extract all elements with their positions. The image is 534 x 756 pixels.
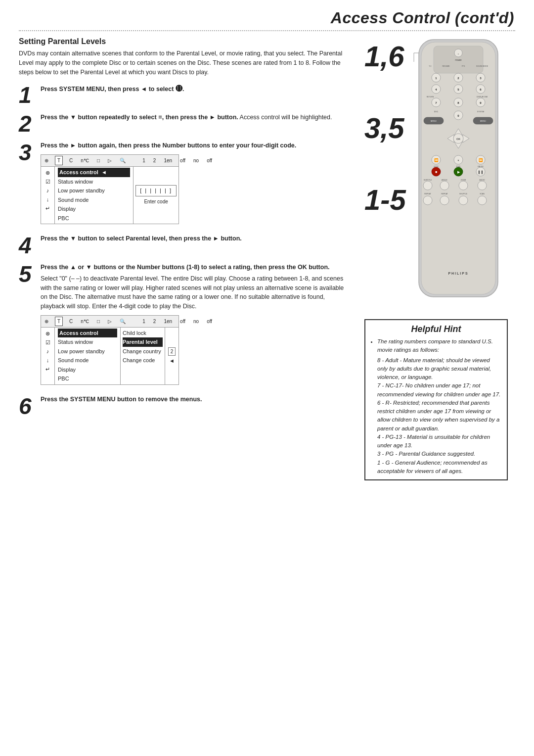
hint-rating-8: 8 - Adult - Mature material; should be v… <box>377 357 491 380</box>
step-3-bold: Press the ► button again, then press the… <box>41 142 296 149</box>
hint-title: Helpful Hint <box>370 324 502 334</box>
step-3-content: Press the ► button again, then press the… <box>41 141 347 228</box>
svg-text:❚❚: ❚❚ <box>478 170 484 174</box>
menu-body-1: ⊗ ☑ ♪ ↓ ↵ Access control ◄ Status window… <box>41 167 178 224</box>
menu-box-1: ⊕ T C n℃ □ ▷ 🔍 1 2 1en off no off <box>41 154 179 224</box>
step-6-content: Press the SYSTEM MENU button to remove t… <box>41 395 347 406</box>
page-header: Access Control (cont'd) <box>0 0 534 27</box>
svg-text:RESUME: RESUME <box>443 65 450 67</box>
svg-text:POWER: POWER <box>455 59 462 61</box>
hint-content: The rating numbers compare to standard U… <box>370 337 502 475</box>
svg-text:SUBTITLE: SUBTITLE <box>424 179 432 181</box>
hint-box: Helpful Hint The rating numbers compare … <box>364 319 508 480</box>
svg-point-73 <box>440 196 449 205</box>
menu-center-1: Access control ◄ Status window Low power… <box>55 167 133 224</box>
step-5-bold: Press the ▲ or ▼ buttons or the Number b… <box>41 264 330 271</box>
step-3-number: 3 <box>19 141 38 164</box>
step-1: 1 Press SYSTEM MENU, then press ◄ to sel… <box>19 84 347 106</box>
svg-text:MENU: MENU <box>480 120 486 122</box>
step-5: 5 Press the ▲ or ▼ buttons or the Number… <box>19 263 347 389</box>
step-1-text: Press SYSTEM MENU, then press ◄ to selec… <box>41 86 184 93</box>
svg-text:⏪: ⏪ <box>434 158 439 162</box>
page-title: Access Control (cont'd) <box>331 9 514 27</box>
step-2-normal: Access control will be highlighted. <box>240 114 332 121</box>
svg-text:AUDIO: AUDIO <box>479 179 485 181</box>
step-3: 3 Press the ► button again, then press t… <box>19 141 347 228</box>
menu-left-icons-1: ⊗ ☑ ♪ ↓ ↵ <box>41 167 55 224</box>
intro-text: DVDs may contain alternative scenes that… <box>19 49 347 77</box>
step-5-number: 5 <box>19 263 38 285</box>
left-column: Setting Parental Levels DVDs may contain… <box>19 37 357 480</box>
hint-rating-1: 1 - G - General Audience; recommended as… <box>377 460 488 474</box>
svg-text:ZOOM: ZOOM <box>461 179 466 181</box>
svg-point-72 <box>423 196 432 205</box>
svg-point-65 <box>459 181 468 190</box>
svg-text:■: ■ <box>435 170 437 174</box>
step-4-number: 4 <box>19 234 38 257</box>
menu-top-row-1: ⊕ T C n℃ □ ▷ 🔍 1 2 1en off no off <box>41 155 178 167</box>
menu-right-1: [ | | | | | ] Enter code <box>133 167 178 224</box>
hint-rating-3: 3 - PG - Parental Guidance suggested. <box>377 451 475 457</box>
svg-point-64 <box>440 181 449 190</box>
svg-text:SCAN: SCAN <box>480 193 485 195</box>
menu-top-row-2: ⊕ T C n℃ □ ▷ 🔍 1 2 1en off no off <box>41 316 178 328</box>
svg-text:DISC: DISC <box>434 111 439 113</box>
hint-rating-6: 6 - R- Restricted; recommended that pare… <box>377 400 499 431</box>
step-6-number: 6 <box>19 395 38 418</box>
menu-right-col-2: Child lock Parental level Change country… <box>120 328 165 384</box>
svg-text:REPEAT: REPEAT <box>424 193 432 195</box>
hint-rating-4: 4 - PG-13 - Material is unsuitable for c… <box>377 434 490 448</box>
svg-text:RETURN: RETURN <box>427 96 434 98</box>
hint-list: The rating numbers compare to standard U… <box>370 337 502 355</box>
hint-intro: The rating numbers compare to standard U… <box>377 337 502 355</box>
step-label-16: 1,6 <box>364 42 404 71</box>
svg-text:MENU: MENU <box>431 120 437 122</box>
step-6: 6 Press the SYSTEM MENU button to remove… <box>19 395 347 418</box>
svg-text:OK: OK <box>456 138 460 141</box>
step-2-number: 2 <box>19 112 38 135</box>
svg-text:T-C: T-C <box>429 65 432 67</box>
step-4: 4 Press the ▼ button to select Parental … <box>19 234 347 257</box>
hint-rating-7: 7 - NC-17- No children under age 17; not… <box>377 382 500 397</box>
step-6-bold: Press the SYSTEM MENU button to remove t… <box>41 396 202 403</box>
step-1-number: 1 <box>19 84 38 106</box>
menu-body-2: ⊗ ☑ ♪ ↓ ↵ Access control Status window L… <box>41 328 178 384</box>
step-label-35: 3,5 <box>364 114 404 142</box>
svg-text:⏩: ⏩ <box>479 158 483 162</box>
step-2-content: Press the ▼ button repeatedly to select … <box>41 112 347 124</box>
svg-text:FTS: FTS <box>462 65 465 67</box>
svg-point-66 <box>478 181 487 190</box>
menu-row-access-control: Access control ◄ <box>58 168 130 177</box>
svg-point-74 <box>459 196 468 205</box>
remote-wrapper: 1,6 3,5 1-5 ● POWER T-C RESUME <box>364 37 508 314</box>
svg-text:SYSTEM: SYSTEM <box>477 111 484 113</box>
svg-text:●: ● <box>458 53 459 55</box>
main-layout: Setting Parental Levels DVDs may contain… <box>0 31 534 480</box>
step-5-content: Press the ▲ or ▼ buttons or the Number b… <box>41 263 347 389</box>
step-2: 2 Press the ▼ button repeatedly to selec… <box>19 112 347 135</box>
svg-text:▼: ▼ <box>457 159 460 162</box>
step-2-bold: Press the ▼ button repeatedly to select … <box>41 114 238 121</box>
step-label-15: 1-5 <box>364 186 406 214</box>
section-heading: Setting Parental Levels <box>19 37 347 46</box>
svg-text:PHILIPS: PHILIPS <box>448 272 468 275</box>
menu-left-icons-2: ⊗ ☑ ♪ ↓ ↵ <box>41 328 55 384</box>
step-5-normal: Select "0" (– –) to deactivate Parental … <box>41 274 347 311</box>
svg-text:REPEAT: REPEAT <box>441 193 448 195</box>
menu-row-access-control-2: Access control <box>58 329 117 338</box>
step-1-content: Press SYSTEM MENU, then press ◄ to selec… <box>41 84 347 96</box>
step-4-content: Press the ▼ button to select Parental le… <box>41 234 347 245</box>
svg-text:DISPLAY DIM: DISPLAY DIM <box>477 96 488 98</box>
remote-svg-container: ● POWER T-C RESUME FTS SOUND MODE 1 2 3 <box>409 37 508 306</box>
step-4-bold: Press the ▼ button to select Parental le… <box>41 235 242 242</box>
svg-text:ANGLE: ANGLE <box>442 179 448 181</box>
svg-text:SHUFFLE: SHUFFLE <box>459 193 468 195</box>
svg-point-63 <box>423 181 432 190</box>
menu-box-2: ⊕ T C n℃ □ ▷ 🔍 1 2 1en off no off <box>41 315 179 385</box>
svg-point-75 <box>478 196 487 205</box>
menu-center-2: Access control Status window Low power s… <box>55 328 120 384</box>
right-column: 1,6 3,5 1-5 ● POWER T-C RESUME <box>357 37 515 480</box>
svg-text:SOUND MODE: SOUND MODE <box>476 65 489 67</box>
